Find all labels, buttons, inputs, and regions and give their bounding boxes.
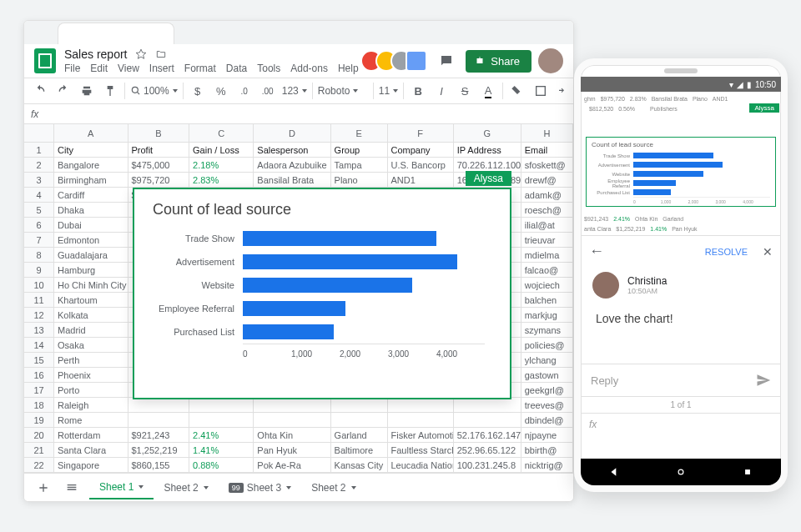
header-cell[interactable]: City bbox=[54, 143, 128, 157]
cell[interactable]: 52.176.162.147 bbox=[454, 428, 521, 442]
header-cell[interactable]: Group bbox=[331, 143, 388, 157]
cell[interactable]: geekgrl@ bbox=[521, 383, 573, 397]
nav-home-icon[interactable] bbox=[675, 466, 687, 478]
print-icon[interactable] bbox=[78, 82, 96, 100]
row-header[interactable]: 10 bbox=[24, 278, 54, 292]
cell[interactable]: sfoskett@ bbox=[521, 158, 573, 172]
header-cell[interactable]: Email bbox=[521, 143, 573, 157]
cell[interactable]: dbindel@ bbox=[521, 413, 573, 427]
cell[interactable]: policies@ bbox=[521, 338, 573, 352]
cell[interactable]: Bangalore bbox=[54, 158, 128, 172]
column-header[interactable]: F bbox=[388, 124, 454, 142]
cell[interactable]: Garland bbox=[331, 428, 388, 442]
row-header[interactable]: 21 bbox=[24, 443, 54, 457]
paint-format-icon[interactable] bbox=[101, 82, 119, 100]
menu-insert[interactable]: Insert bbox=[149, 63, 174, 74]
cell[interactable]: Santa Clara bbox=[54, 443, 128, 457]
all-sheets-button[interactable] bbox=[61, 477, 83, 499]
cell[interactable]: ilial@at bbox=[521, 218, 573, 232]
font-select[interactable]: Roboto bbox=[318, 85, 368, 97]
cell[interactable]: $860,155 bbox=[128, 458, 190, 472]
cell[interactable]: $1,252,219 bbox=[128, 443, 190, 457]
row-header[interactable]: 12 bbox=[24, 308, 54, 322]
cell[interactable]: Perth bbox=[54, 353, 128, 367]
cell[interactable]: Fisker Automotive bbox=[388, 428, 454, 442]
number-format-select[interactable]: 123 bbox=[282, 85, 307, 97]
column-header[interactable]: A bbox=[54, 124, 128, 142]
row-header[interactable]: 22 bbox=[24, 458, 54, 472]
cell[interactable]: 1.41% bbox=[189, 443, 254, 457]
cell[interactable]: Pok Ae-Ra bbox=[254, 458, 330, 472]
row-header[interactable]: 1 bbox=[24, 143, 54, 157]
row-header[interactable]: 8 bbox=[24, 248, 54, 262]
cell[interactable]: 2.83% bbox=[189, 173, 254, 187]
header-cell[interactable]: Gain / Loss bbox=[189, 143, 254, 157]
cell[interactable]: Osaka bbox=[54, 338, 128, 352]
comments-icon[interactable] bbox=[434, 48, 459, 73]
merge-icon[interactable] bbox=[555, 82, 573, 100]
header-cell[interactable]: Salesperson bbox=[254, 143, 330, 157]
cell[interactable]: szymans bbox=[521, 323, 573, 337]
menu-edit[interactable]: Edit bbox=[90, 63, 108, 74]
cell[interactable]: 2.18% bbox=[189, 158, 254, 172]
browser-tab[interactable] bbox=[58, 23, 174, 44]
cell[interactable]: AND1 bbox=[388, 173, 454, 187]
column-header[interactable]: C bbox=[189, 124, 254, 142]
send-icon[interactable] bbox=[756, 373, 771, 388]
cell[interactable]: Dhaka bbox=[54, 203, 128, 217]
cell[interactable]: Dubai bbox=[54, 218, 128, 232]
row-header[interactable]: 18 bbox=[24, 398, 54, 412]
cell[interactable] bbox=[254, 398, 330, 412]
document-title[interactable]: Sales report bbox=[64, 48, 127, 61]
row-header[interactable]: 16 bbox=[24, 368, 54, 382]
menu-add-ons[interactable]: Add-ons bbox=[290, 63, 328, 74]
cell[interactable]: $975,720 bbox=[128, 173, 190, 187]
cell[interactable]: Pan Hyuk bbox=[254, 443, 330, 457]
cell[interactable]: balchen bbox=[521, 293, 573, 307]
cell[interactable]: Edmonton bbox=[54, 233, 128, 247]
nav-back-icon[interactable] bbox=[608, 466, 620, 478]
cell[interactable]: Singapore bbox=[54, 458, 128, 472]
nav-recent-icon[interactable] bbox=[742, 466, 753, 478]
font-size-select[interactable]: 11 bbox=[379, 85, 398, 97]
cell[interactable]: wojciech bbox=[521, 278, 573, 292]
percent-icon[interactable]: % bbox=[212, 82, 230, 100]
cell[interactable]: Kansas City bbox=[331, 458, 388, 472]
cell[interactable]: Rome bbox=[54, 413, 128, 427]
select-all-corner[interactable] bbox=[24, 124, 54, 142]
italic-icon[interactable]: I bbox=[432, 82, 451, 100]
cell[interactable]: markjug bbox=[521, 308, 573, 322]
row-header[interactable]: 11 bbox=[24, 293, 54, 307]
row-header[interactable]: 13 bbox=[24, 323, 54, 337]
cell[interactable] bbox=[254, 413, 330, 427]
column-header[interactable]: B bbox=[128, 124, 190, 142]
cell[interactable]: njpayne bbox=[521, 428, 573, 442]
cell[interactable]: Bansilal Brata bbox=[254, 173, 330, 187]
collaborator-avatars[interactable] bbox=[367, 50, 427, 72]
cell[interactable]: adamk@ bbox=[521, 188, 573, 202]
cell[interactable]: Phoenix bbox=[54, 368, 128, 382]
cell[interactable]: $475,000 bbox=[128, 158, 190, 172]
cell[interactable]: falcao@ bbox=[521, 263, 573, 277]
row-header[interactable]: 17 bbox=[24, 383, 54, 397]
menu-help[interactable]: Help bbox=[338, 63, 359, 74]
cell[interactable]: 2.41% bbox=[189, 428, 254, 442]
column-header[interactable]: E bbox=[331, 124, 388, 142]
cell[interactable]: Cardiff bbox=[54, 188, 128, 202]
cell[interactable]: 252.96.65.122 bbox=[454, 443, 521, 457]
cell[interactable]: Ho Chi Minh City bbox=[54, 278, 128, 292]
header-cell[interactable]: IP Address bbox=[454, 143, 521, 157]
cell[interactable]: Guadalajara bbox=[54, 248, 128, 262]
row-header[interactable]: 6 bbox=[24, 218, 54, 232]
cell[interactable] bbox=[128, 398, 190, 412]
chart-overlay[interactable]: Alyssa Count of lead source Trade ShowAd… bbox=[133, 188, 511, 399]
header-cell[interactable]: Company bbox=[388, 143, 454, 157]
cell[interactable] bbox=[454, 398, 521, 412]
cell[interactable]: U.S. Bancorp bbox=[388, 158, 454, 172]
cell[interactable]: Tampa bbox=[331, 158, 388, 172]
row-header[interactable]: 9 bbox=[24, 263, 54, 277]
increase-decimal-icon[interactable]: .00 bbox=[259, 82, 277, 100]
phone-mini-chart[interactable]: Count of lead source Trade ShowAdvertise… bbox=[586, 137, 776, 207]
cell[interactable]: Plano bbox=[331, 173, 388, 187]
cell[interactable]: Ohta Kin bbox=[254, 428, 330, 442]
